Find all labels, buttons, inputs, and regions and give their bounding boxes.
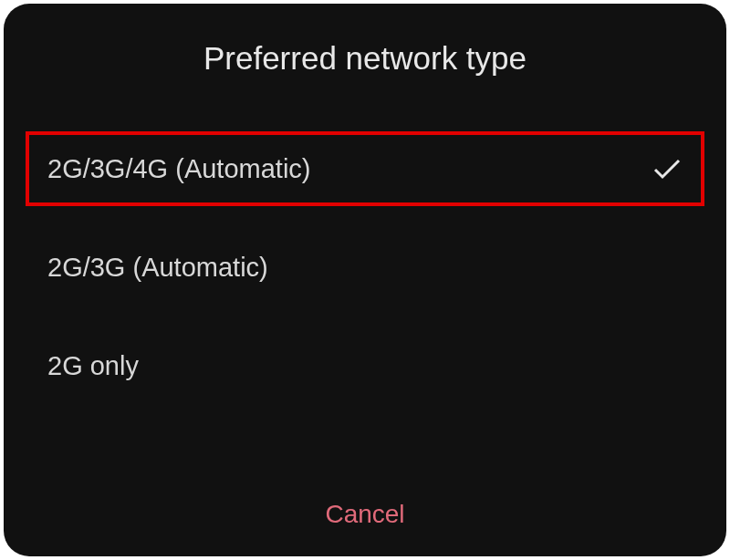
checkmark-icon [652,153,683,184]
option-label: 2G/3G/4G (Automatic) [47,154,311,184]
option-2g-3g-automatic[interactable]: 2G/3G (Automatic) [29,230,701,305]
option-2g-3g-4g-automatic[interactable]: 2G/3G/4G (Automatic) [26,131,704,206]
dialog-title: Preferred network type [4,4,726,104]
option-label: 2G only [47,351,139,381]
network-type-dialog: Preferred network type 2G/3G/4G (Automat… [4,4,726,556]
options-list: 2G/3G/4G (Automatic) 2G/3G (Automatic) 2… [4,131,726,491]
cancel-button[interactable]: Cancel [307,491,422,538]
cancel-area: Cancel [4,491,726,556]
option-label: 2G/3G (Automatic) [47,253,268,283]
option-2g-only[interactable]: 2G only [29,328,701,403]
